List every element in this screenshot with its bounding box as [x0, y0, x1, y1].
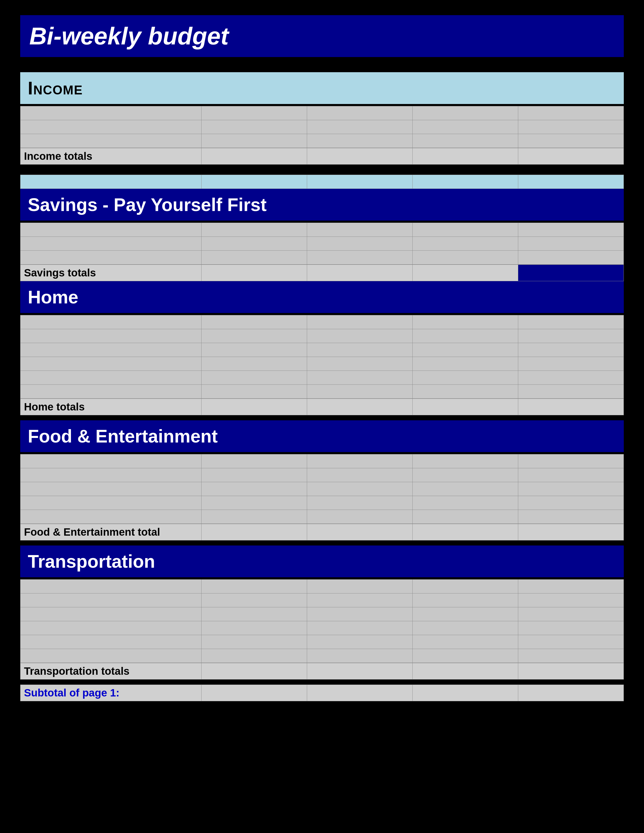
trans-row-5	[21, 635, 624, 649]
food-row-3-col-1	[21, 482, 201, 496]
income-row-2	[21, 120, 624, 134]
subtotal-label: Subtotal of page 1:	[21, 685, 201, 701]
home-totals-label: Home totals	[21, 399, 201, 415]
home-row-6-col-5	[518, 385, 623, 399]
trans-row-6-col-4	[412, 649, 518, 663]
subtotal-row: Subtotal of page 1:	[21, 685, 624, 701]
savings-row-2-col-5	[518, 237, 623, 251]
food-row-4-col-5	[518, 496, 623, 510]
savings-data-table	[20, 223, 624, 265]
food-row-1-col-3	[307, 454, 412, 468]
trans-row-4-col-5	[518, 621, 623, 635]
trans-row-6	[21, 649, 624, 663]
transportation-totals-label: Transportation totals	[21, 663, 201, 680]
food-row-5-col-2	[201, 510, 307, 524]
food-row-4-col-4	[412, 496, 518, 510]
home-row-5-col-1	[21, 371, 201, 385]
title-bar: Bi-weekly budget	[20, 15, 624, 57]
transportation-totals-table: Transportation totals	[20, 663, 624, 680]
savings-row-2-col-2	[201, 237, 307, 251]
income-row-2-col-1	[21, 120, 201, 134]
food-totals-col-5	[518, 524, 623, 540]
home-row-6-col-4	[412, 385, 518, 399]
food-totals-row: Food & Entertainment total	[21, 524, 624, 540]
trans-row-5-col-2	[201, 635, 307, 649]
food-row-1-col-1	[21, 454, 201, 468]
income-row-3	[21, 134, 624, 148]
home-row-4-col-5	[518, 357, 623, 371]
income-totals-label: Income totals	[21, 148, 201, 165]
trans-row-1-col-5	[518, 580, 623, 593]
savings-row-2-col-3	[307, 237, 412, 251]
income-row-3-col-3	[307, 134, 412, 148]
food-row-5-col-4	[412, 510, 518, 524]
trans-row-2-col-2	[201, 593, 307, 607]
food-totals-col-3	[307, 524, 412, 540]
income-totals-col-5	[518, 148, 623, 165]
trans-row-4-col-2	[201, 621, 307, 635]
home-totals-table: Home totals	[20, 399, 624, 415]
home-row-3-col-3	[307, 343, 412, 357]
trans-row-6-col-1	[21, 649, 201, 663]
home-totals-row: Home totals	[21, 399, 624, 415]
food-row-2	[21, 468, 624, 482]
savings-row-1-col-3	[307, 223, 412, 237]
trans-row-2-col-5	[518, 593, 623, 607]
trans-row-5-col-4	[412, 635, 518, 649]
trans-row-2-col-3	[307, 593, 412, 607]
lb-col-2	[201, 175, 307, 189]
savings-row-3	[21, 251, 624, 265]
spacer-2	[20, 415, 624, 420]
food-row-2-col-5	[518, 468, 623, 482]
trans-row-1-col-4	[412, 580, 518, 593]
subtotal-table: Subtotal of page 1:	[20, 685, 624, 701]
home-row-1	[21, 315, 624, 329]
home-row-4-col-3	[307, 357, 412, 371]
income-row-1	[21, 106, 624, 120]
trans-row-3-col-1	[21, 607, 201, 621]
lb-col-3	[307, 175, 412, 189]
trans-row-6-col-2	[201, 649, 307, 663]
food-totals-label: Food & Entertainment total	[21, 524, 201, 540]
savings-totals-col-2	[201, 265, 307, 281]
income-row-2-col-2	[201, 120, 307, 134]
home-row-2-col-1	[21, 329, 201, 343]
lb-col-1	[21, 175, 201, 189]
home-row-3-col-4	[412, 343, 518, 357]
income-totals-row: Income totals	[21, 148, 624, 165]
transportation-totals-col-3	[307, 663, 412, 680]
income-section-header: Income	[20, 72, 624, 104]
home-row-1-col-5	[518, 315, 623, 329]
savings-row-3-col-3	[307, 251, 412, 265]
income-totals-table: Income totals	[20, 148, 624, 165]
trans-row-4-col-4	[412, 621, 518, 635]
savings-row-1	[21, 223, 624, 237]
home-row-3	[21, 343, 624, 357]
income-row-3-col-1	[21, 134, 201, 148]
spacer-1	[20, 165, 624, 175]
home-row-4-col-4	[412, 357, 518, 371]
home-row-5-col-2	[201, 371, 307, 385]
transportation-data-table	[20, 579, 624, 663]
trans-row-4	[21, 621, 624, 635]
home-row-3-col-2	[201, 343, 307, 357]
food-row-4-col-1	[21, 496, 201, 510]
home-totals-col-4	[412, 399, 518, 415]
home-title: Home	[28, 287, 616, 307]
lb-col-5	[518, 175, 623, 189]
home-row-4-col-1	[21, 357, 201, 371]
home-row-5	[21, 371, 624, 385]
home-row-3-col-5	[518, 343, 623, 357]
food-row-5-col-3	[307, 510, 412, 524]
trans-row-1-col-1	[21, 580, 201, 593]
trans-row-4-col-3	[307, 621, 412, 635]
trans-row-3	[21, 607, 624, 621]
food-title: Food & Entertainment	[28, 426, 616, 447]
trans-row-6-col-3	[307, 649, 412, 663]
food-row-4-col-2	[201, 496, 307, 510]
home-row-2-col-4	[412, 329, 518, 343]
savings-row-2	[21, 237, 624, 251]
savings-row-1-col-4	[412, 223, 518, 237]
food-row-1-col-2	[201, 454, 307, 468]
home-totals-col-2	[201, 399, 307, 415]
